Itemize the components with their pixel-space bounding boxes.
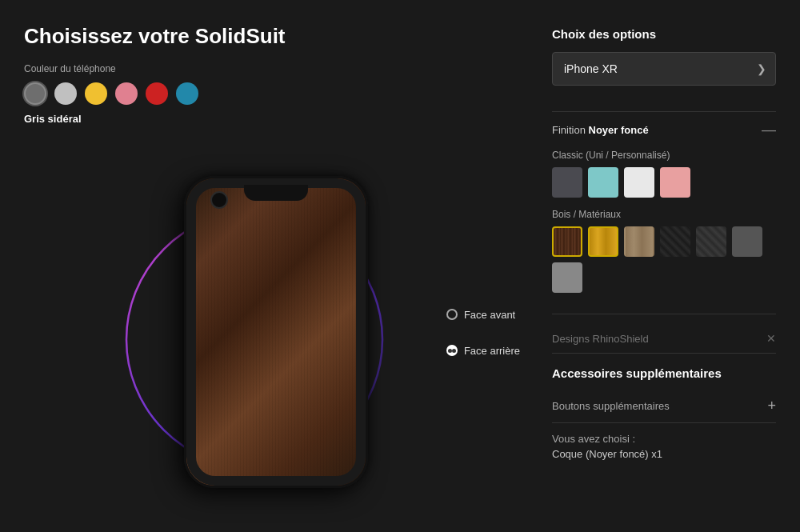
swatch-wood-light[interactable] bbox=[588, 226, 618, 257]
swatch-grey-medium[interactable] bbox=[552, 262, 582, 293]
accessories-title: Accessoires supplémentaires bbox=[552, 366, 776, 380]
bois-category-label: Bois / Matériaux bbox=[552, 209, 776, 220]
page-title: Choisissez votre SolidSuit bbox=[24, 24, 536, 49]
color-swatch-red[interactable] bbox=[146, 82, 168, 105]
phone-side-button bbox=[366, 258, 368, 306]
face-arriere-option[interactable]: Face arrière bbox=[446, 345, 520, 357]
selected-color-label: Gris sidéral bbox=[24, 113, 536, 125]
face-avant-option[interactable]: Face avant bbox=[446, 309, 520, 321]
classic-swatches bbox=[552, 167, 776, 198]
buttons-add-icon[interactable]: + bbox=[767, 398, 776, 414]
chosen-value: Coque (Noyer foncé) x1 bbox=[552, 448, 776, 460]
phone-frame bbox=[186, 178, 366, 486]
phone-camera bbox=[210, 191, 228, 209]
swatch-wood-dark[interactable] bbox=[552, 226, 582, 257]
color-section-label: Couleur du téléphone bbox=[24, 63, 536, 74]
color-section: Couleur du téléphone Gris sidéral bbox=[24, 63, 536, 125]
color-swatch-pink[interactable] bbox=[115, 82, 138, 105]
designs-input[interactable] bbox=[552, 333, 766, 345]
swatch-carbon-black[interactable] bbox=[660, 226, 690, 257]
buttons-label: Boutons supplémentaires bbox=[552, 400, 670, 412]
color-swatch-yellow[interactable] bbox=[85, 82, 107, 105]
swatch-grey-dark[interactable] bbox=[732, 226, 762, 257]
bois-swatches bbox=[552, 226, 776, 293]
iphone-model-select[interactable]: iPhone XRiPhone XSiPhone XS MaxiPhone 11… bbox=[552, 52, 776, 86]
swatch-slate[interactable] bbox=[552, 167, 582, 198]
chosen-label: Vous avez choisi : bbox=[552, 433, 776, 445]
face-avant-radio[interactable] bbox=[446, 309, 458, 320]
designs-close-icon[interactable]: ✕ bbox=[766, 332, 776, 345]
accessory-row-buttons: Boutons supplémentaires + bbox=[552, 390, 776, 423]
finition-value: Noyer foncé bbox=[589, 124, 649, 136]
color-swatch-teal[interactable] bbox=[176, 82, 198, 105]
phone-mockup bbox=[184, 176, 376, 496]
main-container: Choisissez votre SolidSuit Couleur du té… bbox=[0, 0, 800, 532]
color-swatch-space-grey[interactable] bbox=[24, 82, 46, 105]
face-avant-label: Face avant bbox=[464, 309, 515, 321]
swatch-mint[interactable] bbox=[588, 167, 618, 198]
left-panel: Choisissez votre SolidSuit Couleur du té… bbox=[24, 24, 536, 516]
color-swatch-silver[interactable] bbox=[54, 82, 77, 105]
options-title: Choix des options bbox=[552, 27, 776, 41]
phone-visual: Face avant Face arrière bbox=[24, 139, 536, 516]
color-swatches bbox=[24, 82, 536, 105]
face-arriere-radio[interactable] bbox=[446, 345, 458, 356]
swatch-wood-medium[interactable] bbox=[624, 226, 654, 257]
swatch-carbon-dark[interactable] bbox=[696, 226, 726, 257]
phone-notch bbox=[244, 185, 308, 201]
face-arriere-label: Face arrière bbox=[464, 345, 520, 357]
swatch-white[interactable] bbox=[624, 167, 654, 198]
finition-row: Finition Noyer foncé — bbox=[552, 122, 776, 138]
section-divider-1 bbox=[552, 111, 776, 112]
finition-collapse-icon[interactable]: — bbox=[762, 122, 776, 138]
designs-row: ✕ bbox=[552, 324, 776, 354]
section-divider-2 bbox=[552, 314, 776, 314]
right-panel: Choix des options iPhone XRiPhone XSiPho… bbox=[552, 24, 776, 516]
view-labels: Face avant Face arrière bbox=[446, 309, 520, 357]
swatch-blush[interactable] bbox=[660, 167, 690, 198]
classic-category-label: Classic (Uni / Personnalisé) bbox=[552, 150, 776, 161]
dropdown-container[interactable]: iPhone XRiPhone XSiPhone XS MaxiPhone 11… bbox=[552, 52, 776, 86]
finition-label: Finition Noyer foncé bbox=[552, 124, 649, 136]
phone-body bbox=[184, 176, 368, 488]
